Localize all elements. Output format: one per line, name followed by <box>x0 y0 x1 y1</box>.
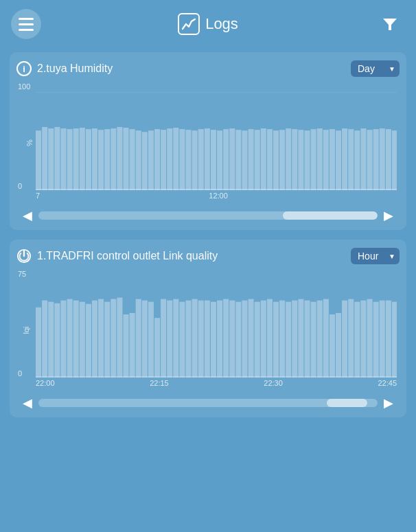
svg-rect-18 <box>130 129 135 190</box>
lqi-device-icon <box>16 248 32 264</box>
humidity-scroll-track[interactable] <box>38 211 378 220</box>
svg-rect-57 <box>373 129 379 190</box>
svg-rect-48 <box>317 128 323 190</box>
svg-rect-97 <box>242 301 247 378</box>
svg-rect-94 <box>223 299 229 378</box>
svg-rect-15 <box>111 128 116 190</box>
svg-rect-60 <box>392 130 397 190</box>
lqi-section-header: 1.TRADFRI control outlet Link quality Ho… <box>16 248 400 264</box>
menu-button[interactable] <box>11 9 41 39</box>
svg-rect-85 <box>167 301 172 378</box>
humidity-section: i 2.tuya Humidity Day Hour Week Month 10… <box>10 52 406 230</box>
svg-rect-73 <box>92 301 97 378</box>
svg-rect-59 <box>386 129 391 190</box>
lqi-x-label-2: 22:30 <box>264 379 283 387</box>
humidity-scroll-left[interactable]: ◀ <box>19 208 36 223</box>
svg-rect-16 <box>117 127 122 190</box>
svg-rect-120 <box>386 301 391 378</box>
app-title: Logs <box>205 15 238 33</box>
svg-rect-98 <box>249 299 254 378</box>
svg-marker-0 <box>383 19 397 30</box>
humidity-scroll-right[interactable]: ▶ <box>380 208 397 223</box>
svg-rect-108 <box>311 302 316 378</box>
svg-rect-14 <box>104 129 110 190</box>
humidity-y-unit: % <box>25 139 34 146</box>
lqi-x-label-3: 22:45 <box>378 379 397 387</box>
humidity-period-select[interactable]: Day Hour Week Month <box>351 60 400 77</box>
svg-rect-37 <box>249 129 254 190</box>
svg-rect-90 <box>198 301 204 378</box>
humidity-x-label-0: 7 <box>36 192 40 200</box>
svg-rect-25 <box>173 128 178 190</box>
svg-rect-27 <box>185 130 191 190</box>
lqi-y-bottom: 0 <box>18 369 22 378</box>
lqi-scroll-left[interactable]: ◀ <box>19 395 36 410</box>
header-title-group: Logs <box>178 13 238 35</box>
lqi-y-unit: lqi <box>22 326 30 334</box>
svg-rect-68 <box>60 301 66 378</box>
lqi-x-label-1: 22:15 <box>150 379 169 387</box>
svg-rect-19 <box>136 130 141 190</box>
filter-icon <box>381 15 399 33</box>
humidity-title-group: i 2.tuya Humidity <box>16 61 113 76</box>
lqi-scroll-thumb <box>327 399 367 407</box>
svg-rect-99 <box>255 302 260 378</box>
svg-rect-6 <box>54 127 60 190</box>
svg-rect-5 <box>48 128 54 190</box>
humidity-period-wrapper[interactable]: Day Hour Week Month <box>351 60 400 77</box>
filter-button[interactable] <box>375 9 405 39</box>
svg-rect-74 <box>98 299 104 378</box>
humidity-chart-container: 100 0 % <box>16 82 400 203</box>
svg-rect-96 <box>235 302 241 378</box>
svg-rect-92 <box>211 302 216 378</box>
app-header: Logs <box>0 0 416 48</box>
svg-rect-47 <box>311 129 316 190</box>
svg-rect-75 <box>104 302 110 378</box>
svg-rect-86 <box>173 299 178 378</box>
svg-rect-34 <box>229 128 235 190</box>
svg-rect-17 <box>123 128 128 190</box>
svg-rect-20 <box>142 132 148 190</box>
svg-rect-39 <box>261 128 266 190</box>
svg-rect-70 <box>73 301 79 378</box>
svg-rect-114 <box>348 299 354 378</box>
svg-rect-13 <box>98 130 104 190</box>
svg-rect-22 <box>154 129 160 190</box>
lqi-scroll-right[interactable]: ▶ <box>380 395 397 410</box>
svg-rect-4 <box>42 127 47 190</box>
svg-rect-88 <box>185 301 191 378</box>
svg-rect-87 <box>179 302 185 378</box>
svg-rect-72 <box>86 304 91 378</box>
logs-icon <box>178 13 200 35</box>
svg-rect-91 <box>205 301 210 378</box>
lqi-scrollbar: ◀ ▶ <box>16 390 400 417</box>
svg-rect-82 <box>148 302 154 378</box>
svg-rect-77 <box>117 298 122 378</box>
svg-rect-119 <box>380 301 385 378</box>
svg-rect-106 <box>298 299 303 378</box>
humidity-y-top: 100 <box>18 82 30 91</box>
svg-rect-36 <box>242 130 247 190</box>
svg-rect-55 <box>360 128 366 190</box>
svg-rect-30 <box>205 128 210 190</box>
svg-rect-21 <box>148 130 154 190</box>
svg-rect-40 <box>267 129 273 190</box>
humidity-section-title: 2.tuya Humidity <box>37 62 113 75</box>
hamburger-icon <box>19 18 34 31</box>
svg-rect-23 <box>161 130 166 190</box>
lqi-period-wrapper[interactable]: Hour Day Week Month <box>351 248 400 264</box>
humidity-scrollbar: ◀ ▶ <box>16 203 400 230</box>
svg-rect-45 <box>298 130 303 190</box>
svg-rect-84 <box>161 299 166 378</box>
svg-rect-81 <box>142 301 148 378</box>
lqi-period-select[interactable]: Hour Day Week Month <box>351 248 400 264</box>
lqi-scroll-track[interactable] <box>38 399 378 407</box>
svg-rect-46 <box>304 130 310 190</box>
svg-rect-80 <box>136 299 141 378</box>
humidity-device-icon: i <box>16 61 32 76</box>
humidity-x-label-1: 12:00 <box>209 192 228 200</box>
svg-rect-38 <box>255 130 260 190</box>
svg-rect-78 <box>123 314 128 378</box>
svg-rect-66 <box>48 302 54 378</box>
svg-rect-93 <box>217 301 222 378</box>
